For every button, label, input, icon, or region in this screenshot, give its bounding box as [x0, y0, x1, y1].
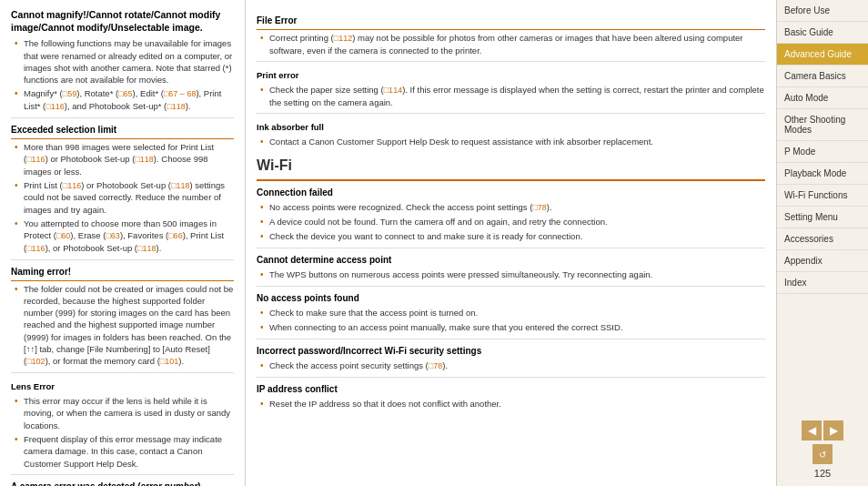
sidebar-item-basic-guide[interactable]: Basic Guide	[777, 22, 868, 44]
bullet-text: The following functions may be unavailab…	[24, 37, 234, 86]
wifi-heading: Wi-Fi	[257, 156, 765, 180]
list-item: • The WPS buttons on numerous access poi…	[257, 268, 765, 281]
bullet-icon: •	[15, 141, 24, 177]
sidebar-item-label: Other Shooting Modes	[784, 115, 845, 135]
bullet-icon: •	[260, 307, 269, 319]
right-column: File Error • Correct printing (□112) may…	[246, 0, 777, 486]
list-item: • You attempted to choose more than 500 …	[11, 218, 234, 254]
bullet-text: Print List (□116) or Photobook Set-up (□…	[24, 179, 234, 216]
sidebar-item-auto-mode[interactable]: Auto Mode	[777, 87, 868, 109]
sidebar: Before Use Basic Guide Advanced Guide Ca…	[777, 0, 868, 486]
home-button[interactable]: ↺	[812, 444, 833, 464]
bullet-icon: •	[260, 230, 269, 243]
sidebar-item-p-mode[interactable]: P Mode	[777, 141, 868, 163]
sidebar-item-setting-menu[interactable]: Setting Menu	[777, 207, 868, 228]
list-item: • The following functions may be unavail…	[11, 37, 234, 86]
sidebar-item-label: Camera Basics	[784, 71, 846, 81]
wifi-section-title: Connection failed	[257, 187, 765, 199]
sidebar-item-label: P Mode	[784, 147, 815, 157]
section-title-ink: Ink absorber full	[257, 121, 765, 133]
page-number: 125	[814, 468, 831, 479]
sidebar-item-other-shooting[interactable]: Other Shooting Modes	[777, 109, 868, 141]
main-error-title: Cannot magnify!/Cannot rotate/Cannot mod…	[11, 9, 234, 34]
list-item: • A device could not be found. Turn the …	[257, 216, 765, 228]
bullet-text: This error may occur if the lens is held…	[24, 395, 234, 431]
wifi-section-title: No access points found	[257, 292, 765, 305]
bullet-icon: •	[15, 433, 24, 470]
bullet-text: No access points were recognized. Check …	[269, 201, 765, 214]
sidebar-item-camera-basics[interactable]: Camera Basics	[777, 66, 868, 87]
bullet-icon: •	[260, 216, 269, 228]
sidebar-item-label: Setting Menu	[784, 212, 838, 222]
wifi-section-title: Incorrect password/Incorrect Wi-Fi secur…	[257, 345, 765, 358]
section-title: Exceeded selection limit	[11, 124, 234, 139]
prev-button[interactable]: ◀	[802, 420, 822, 440]
bullet-icon: •	[260, 32, 269, 56]
bullet-icon: •	[260, 201, 269, 214]
list-item: • Magnify* (□59), Rotate* (□65), Edit* (…	[11, 87, 234, 112]
bullet-text: Frequent display of this error message m…	[24, 433, 234, 470]
sidebar-item-label: Accessories	[784, 234, 833, 244]
sidebar-item-label: Basic Guide	[784, 27, 833, 37]
sidebar-item-index[interactable]: Index	[777, 272, 868, 294]
wifi-section-title: Cannot determine access point	[257, 254, 765, 267]
list-item: • Correct printing (□112) may not be pos…	[257, 32, 765, 56]
bullet-icon: •	[15, 37, 24, 86]
list-item: • Print List (□116) or Photobook Set-up …	[11, 179, 234, 216]
list-item: • Reset the IP address so that it does n…	[257, 398, 765, 410]
list-item: • More than 998 images were selected for…	[11, 141, 234, 177]
sidebar-item-label: Wi-Fi Functions	[784, 190, 847, 200]
bullet-icon: •	[15, 395, 24, 431]
bullet-icon: •	[260, 321, 269, 334]
bullet-text: Check the device you want to connect to …	[269, 230, 765, 243]
list-item: • When connecting to an access point man…	[257, 321, 765, 334]
nav-buttons: ◀ ▶	[802, 420, 843, 440]
sidebar-item-label: Advanced Guide	[784, 49, 852, 59]
sidebar-item-label: Before Use	[784, 5, 830, 15]
list-item: • No access points were recognized. Chec…	[257, 201, 765, 214]
bullet-text: You attempted to choose more than 500 im…	[24, 218, 234, 254]
list-item: • Check the access point security settin…	[257, 359, 765, 372]
sidebar-item-label: Index	[784, 278, 806, 288]
bullet-text: The folder could not be created or image…	[24, 283, 234, 368]
bullet-icon: •	[15, 179, 24, 216]
sidebar-item-before-use[interactable]: Before Use	[777, 0, 868, 22]
bullet-text: Check the access point security settings…	[269, 359, 765, 372]
list-item: • The folder could not be created or ima…	[11, 283, 234, 368]
bullet-icon: •	[260, 268, 269, 281]
wifi-section-title: IP address conflict	[257, 383, 765, 396]
bullet-icon: •	[260, 84, 269, 108]
list-item: • Check to make sure that the access poi…	[257, 307, 765, 319]
bullet-text: Check to make sure that the access point…	[269, 307, 765, 319]
bullet-icon: •	[260, 398, 269, 410]
sidebar-item-label: Playback Mode	[784, 168, 846, 178]
list-item: • Check the device you want to connect t…	[257, 230, 765, 243]
bullet-icon: •	[260, 359, 269, 372]
bullet-text: The WPS buttons on numerous access point…	[269, 268, 765, 281]
sidebar-item-wifi-functions[interactable]: Wi-Fi Functions	[777, 185, 868, 207]
bullet-text: Check the paper size setting (□114). If …	[269, 84, 765, 108]
list-item: • Contact a Canon Customer Support Help …	[257, 136, 765, 148]
list-item: • Frequent display of this error message…	[11, 433, 234, 470]
section-title: Lens Error	[11, 380, 234, 392]
bullet-text: More than 998 images were selected for P…	[24, 141, 234, 177]
sidebar-item-accessories[interactable]: Accessories	[777, 228, 868, 250]
section-title: A camera error was detected (error numbe…	[11, 481, 234, 486]
section-title-print-error: Print error	[257, 69, 765, 81]
sidebar-item-label: Auto Mode	[784, 93, 828, 103]
bullet-text: Contact a Canon Customer Support Help De…	[269, 136, 765, 148]
bullet-icon: •	[15, 87, 24, 112]
sidebar-item-appendix[interactable]: Appendix	[777, 250, 868, 272]
bullet-text: When connecting to an access point manua…	[269, 321, 765, 334]
section-title-file-error: File Error	[257, 15, 765, 30]
sidebar-item-playback-mode[interactable]: Playback Mode	[777, 163, 868, 185]
sidebar-item-advanced-guide[interactable]: Advanced Guide	[777, 44, 868, 66]
section-title: Naming error!	[11, 266, 234, 281]
bullet-icon: •	[15, 283, 24, 368]
sidebar-bottom: ◀ ▶ ↺ 125	[777, 413, 868, 486]
left-column: Cannot magnify!/Cannot rotate/Cannot mod…	[0, 0, 246, 486]
bullet-icon: •	[15, 218, 24, 254]
sidebar-item-label: Appendix	[784, 256, 823, 266]
bullet-text: Magnify* (□59), Rotate* (□65), Edit* (□6…	[24, 87, 234, 112]
next-button[interactable]: ▶	[823, 420, 843, 440]
